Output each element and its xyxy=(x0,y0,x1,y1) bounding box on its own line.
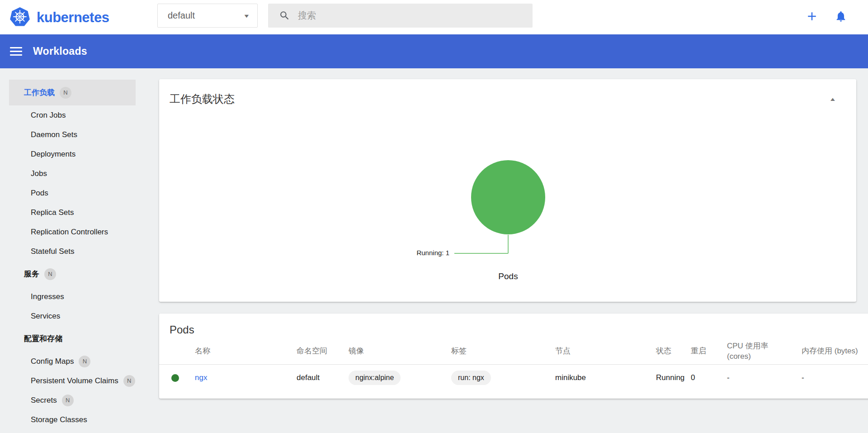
cell-node: minikube xyxy=(555,364,656,391)
sidebar-item-stateful-sets[interactable]: Stateful Sets xyxy=(9,242,136,261)
image-chip: nginx:alpine xyxy=(349,371,401,385)
sidebar-item-persistent-volume-claims[interactable]: Persistent Volume ClaimsN xyxy=(9,371,136,390)
sidebar-item-cron-jobs[interactable]: Cron Jobs xyxy=(9,105,136,125)
sidebar-item-label: Secrets xyxy=(31,396,57,405)
sidebar-item-replica-sets[interactable]: Replica Sets xyxy=(9,203,136,222)
column-header-0: 名称 xyxy=(195,339,297,364)
sidebar-item-label: Replica Sets xyxy=(31,208,74,217)
create-resource-button[interactable] xyxy=(804,10,820,25)
column-header-5: 状态 xyxy=(656,339,691,364)
cell-restarts: 0 xyxy=(691,364,727,391)
logo-wordmark: kubernetes xyxy=(37,10,109,26)
column-header-7: CPU 使用率 (cores) xyxy=(727,339,802,364)
sidebar-item-replication-controllers[interactable]: Replication Controllers xyxy=(9,222,136,242)
sidebar-item-label: 配置和存储 xyxy=(24,333,62,344)
sidebar-item-label: Persistent Volume Claims xyxy=(31,376,118,385)
search-input[interactable] xyxy=(298,10,506,21)
sidebar-item-ingresses[interactable]: Ingresses xyxy=(9,287,136,306)
workload-status-title: 工作负载状态 xyxy=(170,92,235,106)
menu-icon[interactable] xyxy=(10,45,22,58)
column-header-status xyxy=(159,339,195,364)
cell-name: ngx xyxy=(195,364,297,391)
cell-status: Running xyxy=(656,364,691,391)
page-toolbar: Workloads xyxy=(0,34,868,68)
column-header-8: 内存使用 (bytes) xyxy=(802,339,868,364)
sidebar-item-services[interactable]: Services xyxy=(9,306,136,326)
column-header-1: 命名空间 xyxy=(297,339,349,364)
pods-status-pie-chart xyxy=(471,160,545,234)
namespaced-badge: N xyxy=(62,395,74,406)
column-header-2: 镜像 xyxy=(349,339,451,364)
pie-chart-label: Pods xyxy=(463,271,553,281)
search-bar[interactable] xyxy=(268,4,533,28)
plus-icon xyxy=(805,10,819,25)
sidebar-item-服务[interactable]: 服务N xyxy=(9,261,136,287)
sidebar-item-工作负载[interactable]: 工作负载N xyxy=(9,80,136,105)
column-header-3: 标签 xyxy=(451,339,555,364)
kubernetes-logo-icon xyxy=(10,7,30,29)
sidebar-item-label: Pods xyxy=(31,189,48,198)
sidebar-item-label: Stateful Sets xyxy=(31,247,74,256)
cell-labels: run: ngx xyxy=(451,364,555,391)
cell-status-icon xyxy=(159,364,195,391)
cell-image: nginx:alpine xyxy=(349,364,451,391)
chevron-down-icon: ▼ xyxy=(243,13,250,19)
cell-cpu: - xyxy=(727,364,802,391)
table-row: ngxdefaultnginx:alpinerun: ngxminikubeRu… xyxy=(159,364,868,391)
namespaced-badge: N xyxy=(60,87,71,99)
cell-namespace: default xyxy=(297,364,349,391)
sidebar-item-配置和存储[interactable]: 配置和存储 xyxy=(9,326,136,352)
pod-name-link[interactable]: ngx xyxy=(195,373,207,382)
sidebar-item-label: Replication Controllers xyxy=(31,228,108,237)
pie-slice-label: Running: 1 xyxy=(362,249,452,257)
main-content: 工作负载状态 ▲ Running: 1 Pods Pods 名称命名空间镜像标签… xyxy=(159,68,868,433)
search-icon xyxy=(279,10,290,23)
triangle-up-icon: ▲ xyxy=(829,96,836,102)
sidebar-item-secrets[interactable]: SecretsN xyxy=(9,390,136,410)
pie-leader-line xyxy=(454,253,508,254)
notifications-button[interactable] xyxy=(833,10,849,25)
namespaced-badge: N xyxy=(44,268,56,280)
sidebar-item-pods[interactable]: Pods xyxy=(9,183,136,203)
sidebar-nav: 工作负载NCron JobsDaemon SetsDeploymentsJobs… xyxy=(0,68,159,433)
page-title: Workloads xyxy=(33,45,87,57)
pod-status-ok-icon xyxy=(171,374,179,382)
sidebar-item-label: 服务 xyxy=(24,269,39,279)
sidebar-item-storage-classes[interactable]: Storage Classes xyxy=(9,410,136,429)
sidebar-item-label: Storage Classes xyxy=(31,415,87,424)
sidebar-item-deployments[interactable]: Deployments xyxy=(9,144,136,164)
sidebar-item-label: Jobs xyxy=(31,169,47,178)
pods-card-title: Pods xyxy=(159,314,868,336)
namespaced-badge: N xyxy=(123,375,135,387)
app-header: kubernetes default ▼ xyxy=(0,0,868,34)
collapse-card-button[interactable]: ▲ xyxy=(825,94,841,105)
sidebar-item-label: Config Maps xyxy=(31,357,74,366)
sidebar-item-label: Ingresses xyxy=(31,292,64,301)
sidebar-item-jobs[interactable]: Jobs xyxy=(9,164,136,183)
sidebar-item-label: 工作负载 xyxy=(24,87,55,98)
label-chip: run: ngx xyxy=(451,371,491,385)
column-header-4: 节点 xyxy=(555,339,656,364)
pods-table: 名称命名空间镜像标签节点状态重启CPU 使用率 (cores)内存使用 (byt… xyxy=(159,339,868,391)
namespace-select[interactable]: default ▼ xyxy=(157,4,258,28)
sidebar-item-label: Services xyxy=(31,312,60,321)
sidebar-item-daemon-sets[interactable]: Daemon Sets xyxy=(9,125,136,144)
sidebar-item-label: Daemon Sets xyxy=(31,130,77,139)
sidebar-item-config-maps[interactable]: Config MapsN xyxy=(9,352,136,371)
kubernetes-logo[interactable]: kubernetes xyxy=(10,7,109,29)
bell-icon xyxy=(835,10,847,24)
sidebar-item-label: Cron Jobs xyxy=(31,111,66,120)
namespaced-badge: N xyxy=(79,356,90,367)
pods-card: Pods 名称命名空间镜像标签节点状态重启CPU 使用率 (cores)内存使用… xyxy=(159,314,868,399)
column-header-6: 重启 xyxy=(691,339,727,364)
sidebar-item-label: Deployments xyxy=(31,150,75,159)
table-header-row: 名称命名空间镜像标签节点状态重启CPU 使用率 (cores)内存使用 (byt… xyxy=(159,339,868,364)
cell-memory: - xyxy=(802,364,868,391)
namespace-selected-value: default xyxy=(168,10,195,21)
workload-status-card: 工作负载状态 ▲ Running: 1 Pods xyxy=(159,79,856,302)
pie-leader-line xyxy=(508,235,509,253)
